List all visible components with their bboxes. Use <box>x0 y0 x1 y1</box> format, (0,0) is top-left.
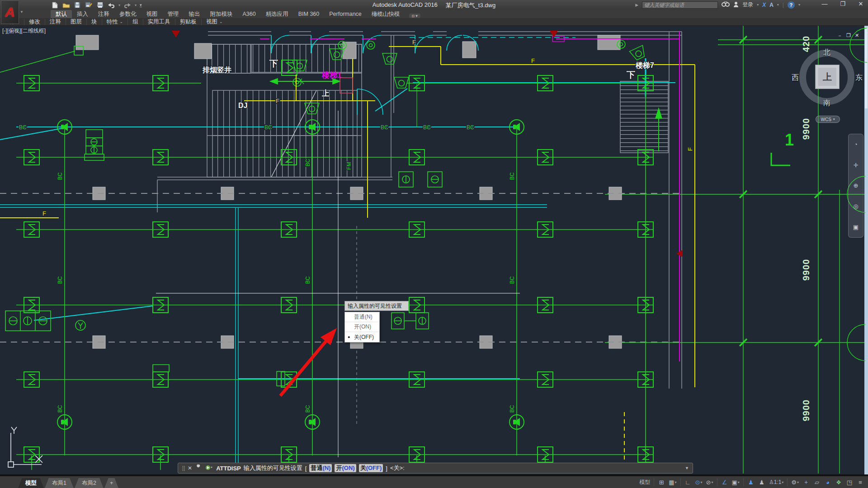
workspace-switching-icon[interactable]: ⚙▾ <box>790 478 800 487</box>
new-layout-button[interactable]: + <box>104 478 118 488</box>
navigation-bar[interactable]: ◔ ✛ ⊕ ◎ ▣ <box>848 134 863 238</box>
showmotion-icon[interactable]: ▣ <box>853 224 859 230</box>
command-history-caret-icon[interactable]: ▼ <box>685 466 689 470</box>
ribbon-tab-bim360[interactable]: BIM 360 <box>293 10 325 18</box>
tab-layout2[interactable]: 布局2 <box>75 478 104 488</box>
ribbon-tab-output[interactable]: 输出 <box>184 10 205 18</box>
a360-icon[interactable]: A <box>769 2 774 8</box>
viewcube-north-label[interactable]: 北 <box>823 48 830 57</box>
close-button[interactable]: ✕ <box>856 0 865 7</box>
ribbon-tab-featured-apps[interactable]: 精选应用 <box>261 10 293 18</box>
restore-button[interactable]: ❐ <box>838 0 847 7</box>
viewcube-east-label[interactable]: 东 <box>855 73 863 83</box>
menu-item-on[interactable]: 开(ON) <box>345 322 379 332</box>
command-bar-grip[interactable]: ⣿ <box>182 465 184 471</box>
signin-label[interactable]: 登录 <box>742 1 753 9</box>
tab-model[interactable]: 模型 <box>18 478 44 488</box>
status-customization-menu-icon[interactable]: ≡ <box>855 478 865 487</box>
redo-icon[interactable] <box>123 1 132 9</box>
panel-groups[interactable]: 组 <box>128 19 143 25</box>
ribbon-tab-annotate[interactable]: 注释 <box>93 10 114 18</box>
clean-screen-icon[interactable]: ◳ <box>844 478 854 487</box>
redo-caret-icon[interactable]: ▾ <box>135 3 137 7</box>
wcs-menu[interactable]: WCS▾ <box>816 116 840 123</box>
customization-plus-icon[interactable]: ＋ <box>801 478 811 487</box>
viewcube-west-label[interactable]: 西 <box>792 73 799 83</box>
command-recent-icon[interactable] <box>205 465 213 472</box>
panel-view[interactable]: 视图⌄ <box>202 19 227 25</box>
viewcube-top-face[interactable]: 上 <box>815 65 840 89</box>
command-option-on[interactable]: 开(ON) <box>335 464 356 472</box>
panel-clipboard[interactable]: 剪贴板 <box>175 19 202 25</box>
drawing-close-button[interactable]: ✕ <box>855 33 859 39</box>
model-space-canvas[interactable]: 420 9900 9900 9900 1 <box>0 0 868 488</box>
undo-caret-icon[interactable]: ▾ <box>118 3 120 7</box>
application-menu-caret-icon[interactable]: ▼ <box>20 10 24 14</box>
search-binoculars-icon[interactable] <box>722 1 730 8</box>
new-file-icon[interactable] <box>51 1 59 9</box>
command-close-icon[interactable]: ✕ <box>188 465 192 471</box>
ribbon-display-toggle-icon[interactable]: ◘ ▾ <box>409 14 420 18</box>
ribbon-tab-manage[interactable]: 管理 <box>163 10 184 18</box>
drawing-restore-button[interactable]: ❐ <box>846 33 851 39</box>
isolate-objects-icon[interactable]: ▱ <box>812 478 822 487</box>
panel-modify[interactable]: 修改 <box>24 19 45 25</box>
object-snap-tracking-icon[interactable]: ∠ <box>720 478 730 487</box>
panel-block[interactable]: 块 <box>87 19 102 25</box>
save-icon[interactable] <box>73 1 81 9</box>
open-file-icon[interactable] <box>62 1 70 9</box>
ortho-mode-icon[interactable]: ∟ <box>683 478 693 487</box>
object-snap-icon[interactable]: ▣▾ <box>731 478 741 487</box>
model-space-toggle[interactable]: 模型 <box>638 478 651 487</box>
command-line-bar[interactable]: ⣿ ✕ ATTDISP 输入属性的可见性设置 [ 普通(N) 开(ON) 关(O… <box>178 463 693 474</box>
panel-utilities[interactable]: 实用工具 <box>143 19 175 25</box>
help-caret-icon[interactable]: ▾ <box>798 3 800 7</box>
menu-item-off[interactable]: ● 关(OFF) <box>345 332 379 342</box>
signin-person-icon[interactable] <box>733 1 739 9</box>
drawing-minimize-button[interactable]: － <box>837 33 842 39</box>
viewcube[interactable]: 北 西 东 南 上 WCS▾ <box>799 50 855 127</box>
viewport-controls[interactable]: [-][俯视][二维线框] <box>2 27 46 35</box>
viewcube-south-label[interactable]: 南 <box>823 99 830 108</box>
zoom-icon[interactable]: ⊕ <box>854 182 859 189</box>
signin-caret-icon[interactable]: ▾ <box>757 3 759 7</box>
annotation-visibility-icon[interactable]: ♟ <box>746 478 756 487</box>
search-input[interactable] <box>642 1 718 9</box>
canvas-scrollbar[interactable] <box>864 26 868 474</box>
ribbon-tab-performance[interactable]: Performance <box>324 10 367 18</box>
panel-properties[interactable]: 特性⌄ <box>102 19 128 25</box>
a360-caret-icon[interactable]: ▾ <box>777 3 779 7</box>
command-option-normal[interactable]: 普通(N) <box>309 464 332 472</box>
command-option-off[interactable]: 关(OFF) <box>359 464 383 472</box>
infocenter-collapse-icon[interactable]: ▶ <box>635 3 638 7</box>
menu-item-normal[interactable]: 普通(N) <box>345 312 379 322</box>
ribbon-tab-a360[interactable]: A360 <box>238 10 261 18</box>
ribbon-tab-parametric[interactable]: 参数化 <box>114 10 142 18</box>
minimize-button[interactable]: — <box>820 0 829 7</box>
command-wrench-icon[interactable] <box>195 465 202 472</box>
undo-icon[interactable] <box>107 1 115 9</box>
grid-display-icon[interactable]: ▦▾ <box>667 478 678 487</box>
annotation-scale-button[interactable]: ♙ 1:1▾ <box>768 478 785 487</box>
orbit-icon[interactable]: ◎ <box>853 203 858 210</box>
help-icon[interactable]: ? <box>788 1 795 9</box>
ribbon-tab-addins[interactable]: 附加模块 <box>205 10 238 18</box>
graphics-performance-icon[interactable]: ❖ <box>834 478 844 487</box>
plot-icon[interactable] <box>96 1 104 9</box>
snap-mode-icon[interactable]: ⊞ <box>656 478 666 487</box>
application-menu-button[interactable]: A <box>1 0 19 24</box>
qat-customize-icon[interactable]: ▾̲ <box>140 3 142 7</box>
panel-layers[interactable]: 图层 <box>66 19 87 25</box>
exchange-apps-icon[interactable]: X <box>762 2 766 8</box>
pan-icon[interactable]: ✛ <box>854 162 859 169</box>
ribbon-tab-default[interactable]: 默认 <box>51 10 72 18</box>
save-as-icon[interactable] <box>85 1 93 9</box>
hardware-acceleration-icon[interactable]: ◕ <box>823 478 833 487</box>
isometric-drafting-icon[interactable]: ⊘▾ <box>705 478 715 487</box>
ribbon-tab-view[interactable]: 视图 <box>142 10 163 18</box>
ribbon-tab-ganlanshan[interactable]: 橄榄山快模 <box>367 10 405 18</box>
tab-layout1[interactable]: 布局1 <box>45 478 74 488</box>
annotation-autoscale-icon[interactable]: ♟ <box>757 478 767 487</box>
polar-tracking-icon[interactable]: ⊙▾ <box>694 478 704 487</box>
steering-wheel-icon[interactable]: ◔ <box>854 141 858 148</box>
